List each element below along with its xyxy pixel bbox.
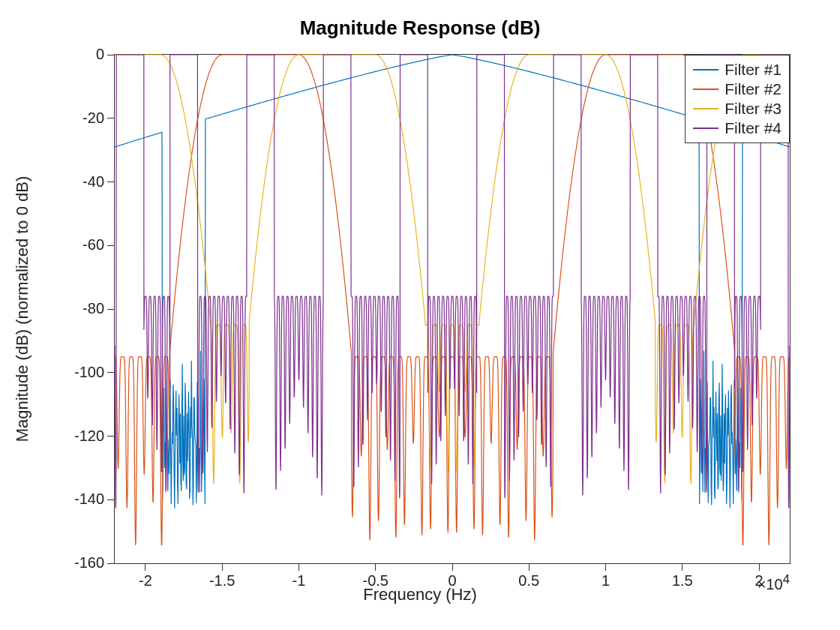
y-tick-label: -160	[44, 554, 104, 572]
legend-item-4: Filter #4	[693, 118, 782, 138]
y-tick-label: -40	[44, 173, 104, 190]
x-axis-label: Frequency (Hz)	[0, 585, 840, 604]
y-tick-label: -120	[44, 428, 104, 445]
legend-label-1: Filter #1	[724, 61, 782, 79]
y-tick-label: -20	[44, 110, 104, 127]
legend-swatch-3	[693, 108, 718, 110]
y-tick-label: -80	[44, 300, 104, 317]
plot-area: Filter #1 Filter #2 Filter #3 Filter #4 …	[114, 54, 790, 564]
legend-item-2: Filter #2	[693, 80, 782, 99]
legend-item-3: Filter #3	[693, 99, 782, 118]
legend-swatch-1	[693, 69, 718, 70]
legend-swatch-4	[693, 128, 718, 129]
chart-title: Magnitude Response (dB)	[0, 16, 840, 40]
y-tick-label: -100	[44, 364, 104, 381]
figure: Magnitude Response (dB) Magnitude (dB) (…	[0, 0, 840, 630]
legend-label-2: Filter #2	[724, 80, 782, 98]
legend-label-4: Filter #4	[724, 119, 782, 137]
y-tick-label: -140	[44, 490, 104, 508]
legend-box: Filter #1 Filter #2 Filter #3 Filter #4	[685, 55, 790, 143]
y-tick-label: 0	[44, 46, 104, 63]
legend-swatch-2	[693, 88, 718, 90]
legend-label-3: Filter #3	[724, 100, 782, 118]
y-axis-label: Magnitude (dB) (normalized to 0 dB)	[13, 176, 32, 442]
y-tick-label: -60	[44, 236, 104, 254]
legend-item-1: Filter #1	[693, 60, 782, 80]
